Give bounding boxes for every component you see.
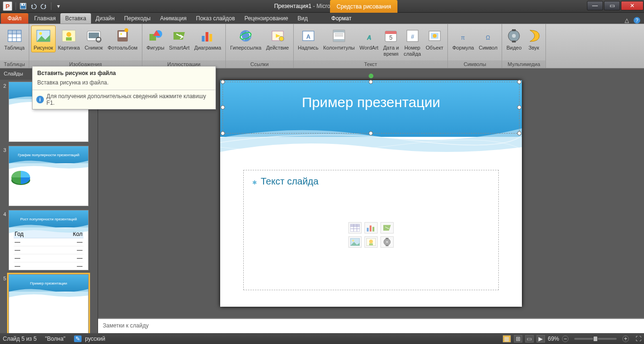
powerpoint-icon[interactable]: P	[3, 1, 12, 11]
resize-handle[interactable]	[221, 80, 225, 84]
svg-rect-60	[370, 226, 372, 232]
tab-вид[interactable]: Вид	[293, 13, 313, 24]
close-button[interactable]: ✕	[621, 1, 644, 10]
screenshot-button[interactable]: Снимок	[82, 25, 105, 52]
theme-name[interactable]: "Волна"	[45, 336, 66, 342]
zoom-slider-thumb[interactable]	[593, 336, 598, 342]
zoom-slider[interactable]	[574, 338, 617, 340]
object-button[interactable]: Объект	[423, 25, 446, 52]
normal-view-button[interactable]: ▦	[503, 335, 511, 343]
tab-вставка[interactable]: Вставка	[60, 13, 91, 24]
slide-thumbnail[interactable]: Рост популярности презентацийГодКол—————…	[8, 210, 89, 270]
undo-icon	[30, 3, 37, 9]
svg-rect-70	[386, 245, 388, 246]
wordart-button[interactable]: AWordArt	[357, 25, 381, 52]
svg-rect-2	[23, 4, 24, 5]
svg-rect-23	[202, 36, 205, 42]
hyperlink-button[interactable]: Гиперссылка	[228, 25, 264, 52]
svg-point-19	[120, 33, 122, 35]
group-label: Ссылки	[226, 60, 293, 68]
picture-button[interactable]: Рисунок	[31, 25, 56, 52]
smartart-label: SmartArt	[169, 45, 190, 51]
insert-table-icon[interactable]	[348, 222, 362, 234]
slideshow-view-button[interactable]: ▶	[537, 335, 545, 343]
help-icon[interactable]: ?	[634, 17, 640, 24]
table-button[interactable]: Таблица	[2, 25, 27, 52]
file-tab[interactable]: Файл	[1, 13, 28, 24]
ribbon-minimize-icon[interactable]: △	[625, 17, 629, 24]
equation-button[interactable]: πФормула	[450, 25, 476, 52]
video-icon	[506, 28, 521, 43]
resize-handle[interactable]	[369, 131, 373, 135]
zoom-out-button[interactable]: −	[562, 336, 569, 342]
document-name: Презентация1	[274, 3, 311, 9]
resize-handle[interactable]	[221, 131, 225, 135]
insert-media-icon[interactable]	[380, 236, 394, 248]
svg-point-63	[352, 240, 354, 242]
minimize-button[interactable]: —	[587, 1, 603, 10]
maximize-button[interactable]: ▭	[604, 1, 620, 10]
svg-rect-51	[512, 41, 516, 42]
slidenum-button[interactable]: #Номер слайда	[401, 25, 423, 58]
resize-handle[interactable]	[517, 105, 521, 109]
language-indicator[interactable]: ✎ русский	[74, 336, 105, 342]
slide-counter[interactable]: Слайд 5 из 5	[3, 336, 37, 342]
datetime-button[interactable]: 5Дата и время	[381, 25, 402, 58]
symbol-button[interactable]: ΩСимвол	[476, 25, 500, 52]
symbol-label: Символ	[479, 45, 497, 51]
svg-rect-69	[386, 238, 388, 239]
tab-переходы[interactable]: Переходы	[119, 13, 155, 24]
rotation-handle[interactable]	[369, 74, 373, 78]
resize-handle[interactable]	[221, 105, 225, 109]
textbox-icon: A	[301, 28, 316, 43]
smartart-button[interactable]: SmartArt	[167, 25, 192, 52]
tab-рецензирование[interactable]: Рецензирование	[239, 13, 293, 24]
slide-canvas[interactable]: Пример презентации ✱Текст слайда	[220, 80, 522, 307]
zoom-in-button[interactable]: +	[622, 336, 629, 342]
redo-button[interactable]	[39, 1, 49, 11]
clipart-button[interactable]: Картинка	[56, 25, 83, 52]
video-button[interactable]: Видео	[504, 25, 524, 52]
title-selection-box[interactable]	[223, 82, 520, 134]
reading-view-button[interactable]: ▭	[525, 335, 534, 343]
resize-handle[interactable]	[517, 80, 521, 84]
insert-chart-icon[interactable]	[364, 222, 378, 234]
date-icon: 5	[383, 28, 398, 43]
insert-clipart-icon[interactable]	[364, 236, 378, 248]
tab-format[interactable]: Формат	[327, 13, 356, 24]
sorter-view-button[interactable]: ⊞	[514, 335, 522, 343]
qat-customize-button[interactable]: ▾	[53, 1, 64, 11]
video-label: Видео	[506, 45, 521, 51]
content-placeholder-text[interactable]: Текст слайда	[261, 176, 319, 186]
slide-thumbnail[interactable]: Пример презентации	[8, 274, 89, 333]
action-button[interactable]: Действие	[264, 25, 291, 52]
tab-анимация[interactable]: Анимация	[155, 13, 191, 24]
svg-point-49	[512, 34, 516, 38]
tab-дизайн[interactable]: Дизайн	[91, 13, 119, 24]
fit-to-window-button[interactable]: ⛶	[636, 336, 641, 342]
textbox-button[interactable]: AНадпись	[296, 25, 321, 52]
insert-smartart-icon[interactable]	[380, 222, 394, 234]
zoom-level[interactable]: 69%	[548, 336, 559, 342]
album-button[interactable]: Фотоальбом	[105, 25, 140, 52]
tab-главная[interactable]: Главная	[30, 13, 61, 24]
clipart-label: Картинка	[58, 45, 80, 51]
info-icon: i	[36, 96, 44, 103]
ribbon-group-символы: πФормулаΩСимволСимволы	[448, 24, 502, 68]
headerfooter-button[interactable]: Колонтитулы	[321, 25, 357, 52]
audio-button[interactable]: Звук	[524, 25, 544, 52]
svg-rect-50	[512, 29, 516, 31]
resize-handle[interactable]	[369, 80, 373, 84]
undo-button[interactable]	[28, 1, 39, 11]
wordart-icon: A	[362, 28, 377, 43]
tab-показ слайдов[interactable]: Показ слайдов	[191, 13, 240, 24]
svg-rect-58	[350, 224, 360, 227]
save-button[interactable]	[18, 1, 28, 11]
notes-pane[interactable]: Заметки к слайду	[98, 318, 644, 333]
slide-thumbnail[interactable]: График популярности презентаций	[8, 146, 89, 206]
shapes-button[interactable]: Фигуры	[144, 25, 167, 52]
chart-button[interactable]: Диаграмма	[192, 25, 223, 52]
resize-handle[interactable]	[517, 131, 521, 135]
insert-picture-icon[interactable]	[348, 236, 362, 248]
content-placeholder[interactable]: ✱Текст слайда	[243, 170, 499, 290]
